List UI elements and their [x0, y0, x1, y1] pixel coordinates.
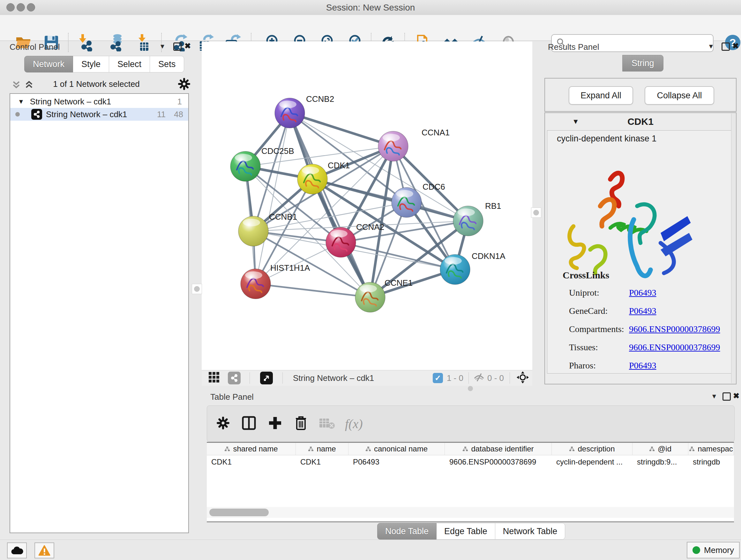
column-header-description[interactable]: description: [552, 443, 632, 455]
panel-menu-icon[interactable]: ▼: [711, 393, 718, 400]
network-edge[interactable]: [290, 113, 393, 146]
column-header-database-identifier[interactable]: database identifier: [445, 443, 552, 455]
results-panel-tabs: String: [622, 55, 664, 71]
tab-select[interactable]: Select: [109, 56, 150, 72]
crosslink-value-link[interactable]: P06493: [629, 288, 657, 298]
column-header-name[interactable]: name: [296, 443, 348, 455]
expand-all-button[interactable]: Expand All: [569, 86, 633, 105]
collapse-all-button[interactable]: Collapse All: [645, 86, 714, 105]
tab-network-table[interactable]: Network Table: [495, 523, 565, 540]
crosslink-value-link[interactable]: P06493: [629, 306, 657, 316]
results-content-box: ▼ CDK1 cyclin-dependent kinase 1 CrossLi…: [544, 112, 737, 384]
network-canvas[interactable]: CCNB2CCNA1CDC25BCDK1CDC6RB1CCNB1CCNA2CDK…: [202, 42, 532, 370]
crosslink-row: Compartments:9606.ENSP00000378699: [569, 324, 725, 334]
tab-node-table[interactable]: Node Table: [377, 523, 436, 540]
column-header-shared-name[interactable]: shared name: [207, 443, 296, 455]
network-share-icon[interactable]: [228, 372, 241, 384]
center-view-crosshair-icon[interactable]: [516, 371, 529, 385]
show-columns-icon[interactable]: [242, 416, 256, 432]
panel-float-icon[interactable]: [173, 43, 182, 51]
table-header-row[interactable]: shared namenamecanonical namedatabase id…: [207, 443, 734, 455]
scrollbar-thumb[interactable]: [209, 509, 269, 516]
control-panel: Control Panel ▼ ✖ NetworkStyleSelectSets…: [4, 42, 189, 535]
table-row[interactable]: CDK1CDK1P064939606.ENSP00000378699cyclin…: [207, 455, 734, 469]
crosslink-label: Uniprot:: [569, 288, 629, 298]
panel-menu-icon[interactable]: ▼: [708, 43, 714, 50]
network-row-selected[interactable]: String Network – cdk1 11 48: [10, 108, 188, 121]
results-buttons-box: Expand All Collapse All: [544, 78, 737, 112]
memory-status-dot-icon: [692, 546, 700, 554]
network-collection-row[interactable]: ▼ String Network – cdk1 1: [10, 95, 188, 108]
add-column-plus-icon[interactable]: [268, 416, 282, 432]
horizontal-splitter-handle[interactable]: [468, 386, 473, 391]
node-label: RB1: [485, 201, 501, 211]
collapse-triangle-icon[interactable]: ▼: [18, 98, 24, 105]
warning-button[interactable]: [35, 543, 54, 558]
node-label: CDK1: [328, 161, 350, 170]
panel-float-icon[interactable]: [722, 43, 730, 51]
network-view-panel[interactable]: CCNB2CCNA1CDC25BCDK1CDC6RB1CCNB1CCNA2CDK…: [202, 42, 532, 385]
network-edge[interactable]: [256, 284, 370, 297]
birds-eye-view-icon[interactable]: [260, 372, 273, 384]
panel-close-icon[interactable]: ✖: [732, 42, 739, 51]
tab-network[interactable]: Network: [24, 56, 73, 72]
crosslink-label: Compartments:: [569, 324, 629, 334]
function-builder-icon: f(x): [345, 416, 363, 431]
column-type-icon: [689, 446, 695, 451]
panel-close-icon[interactable]: ✖: [185, 42, 191, 51]
node-label: CCNB1: [269, 212, 297, 222]
crosslink-row: Uniprot:P06493: [569, 288, 725, 298]
hidden-eye-icon: [473, 373, 485, 383]
right-splitter-handle[interactable]: [531, 207, 541, 218]
control-panel-tabs: NetworkStyleSelectSets: [24, 56, 184, 72]
column-header-namespac[interactable]: namespac: [688, 443, 734, 455]
table-cell: stringdb: [688, 455, 734, 469]
node-label: CDC25B: [261, 146, 294, 156]
network-node-RB1[interactable]: RB1: [453, 201, 501, 236]
window-title: Session: New Session: [0, 3, 741, 13]
table-cell: 9606.ENSP00000378699: [445, 455, 552, 469]
table-settings-gear-icon[interactable]: [216, 416, 230, 431]
title-bar: Session: New Session: [0, 0, 741, 15]
crosslink-label: GeneCard:: [569, 306, 629, 316]
network-node-HIST1H1A[interactable]: HIST1H1A: [241, 263, 310, 299]
network-node-CDKN1A[interactable]: CDKN1A: [440, 251, 506, 285]
network-view-dot-icon: [15, 112, 20, 117]
network-node-CCNA1[interactable]: CCNA1: [378, 128, 450, 161]
network-view-toolbar: String Network – cdk1 ✓ 1 - 0 0 - 0: [202, 370, 532, 386]
tab-style[interactable]: Style: [73, 56, 109, 72]
table-panel-title: Table Panel: [210, 392, 254, 402]
table-panel: Table Panel ▼ ✖ f(x) shared namenamecano…: [202, 391, 738, 535]
table-cell: P06493: [348, 455, 445, 469]
crosslink-value-link[interactable]: 9606.ENSP00000378699: [629, 342, 720, 353]
node-label: CCNE1: [385, 278, 413, 288]
crosslink-value-link[interactable]: 9606.ENSP00000378699: [629, 324, 720, 334]
node-label: CCNA2: [356, 222, 384, 232]
tab-string[interactable]: String: [622, 55, 664, 71]
crosslink-value-link[interactable]: P06493: [629, 361, 657, 371]
crosslinks-list: Uniprot:P06493GeneCard:P06493Compartment…: [569, 288, 725, 379]
column-header-canonical-name[interactable]: canonical name: [348, 443, 445, 455]
tab-edge-table[interactable]: Edge Table: [436, 523, 495, 540]
crosslink-label: Tissues:: [569, 342, 629, 353]
memory-label: Memory: [704, 545, 734, 555]
table-cell: CDK1: [207, 455, 296, 469]
network-node-CCNB2[interactable]: CCNB2: [275, 94, 334, 128]
table-cell: stringdb:9...: [632, 455, 688, 469]
cloud-button[interactable]: [7, 543, 27, 558]
panel-menu-icon[interactable]: ▼: [159, 43, 165, 50]
network-options-gear-icon[interactable]: [178, 77, 191, 92]
selected-checkbox-icon[interactable]: ✓: [433, 373, 443, 383]
tab-sets[interactable]: Sets: [150, 56, 184, 72]
panel-close-icon[interactable]: ✖: [733, 391, 739, 400]
table-horizontal-scrollbar[interactable]: [207, 507, 734, 518]
delete-column-trash-icon[interactable]: [294, 415, 308, 432]
node-label: CDC6: [422, 182, 445, 192]
grid-view-icon[interactable]: [208, 371, 220, 385]
results-vertical-scrollbar[interactable]: [731, 114, 735, 383]
left-splitter-handle[interactable]: [192, 284, 202, 294]
column-header--id[interactable]: @id: [632, 443, 688, 455]
panel-float-icon[interactable]: [723, 392, 731, 401]
memory-button[interactable]: Memory: [687, 542, 740, 558]
crosslink-row: GeneCard:P06493: [569, 306, 725, 316]
